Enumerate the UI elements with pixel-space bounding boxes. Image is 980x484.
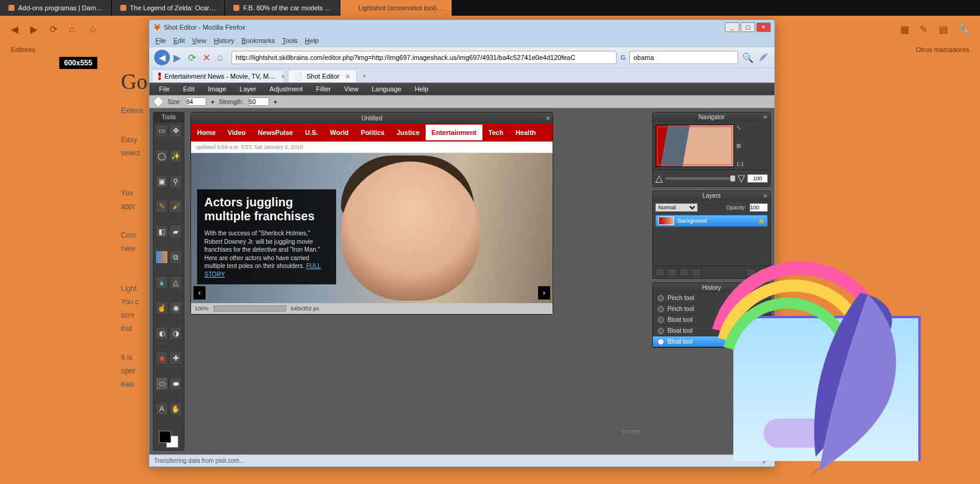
menu-tools[interactable]: Tools <box>280 36 300 45</box>
cnn-nav-health[interactable]: Health <box>510 129 542 136</box>
layer-dup-icon[interactable] <box>667 268 677 276</box>
fg-color-swatch[interactable] <box>159 431 171 443</box>
ed-menu-help[interactable]: Help <box>409 84 435 94</box>
marquee-tool-icon[interactable]: ▭ <box>155 124 168 137</box>
size-stepper[interactable]: ▾ <box>211 99 214 105</box>
nav-1to1-icon[interactable]: 1:1 <box>736 161 768 167</box>
cnn-nav-justice[interactable]: Justice <box>391 129 426 136</box>
carousel-prev-icon[interactable]: ‹ <box>193 286 206 299</box>
menu-history[interactable]: History <box>211 36 236 45</box>
stop-button[interactable]: ✕ <box>203 52 213 63</box>
ed-menu-file[interactable]: File <box>153 84 176 94</box>
layer-new-icon[interactable] <box>655 268 665 276</box>
cnn-nav-video[interactable]: Video <box>222 129 252 136</box>
new-tab-button[interactable]: + <box>357 68 371 82</box>
tab-shot-editor[interactable]: 📄 Shot Editor ✕ <box>288 70 357 82</box>
burn-tool-icon[interactable]: ◑ <box>169 327 182 340</box>
home-button[interactable]: ⌂ <box>217 52 228 63</box>
gradient-tool-icon[interactable] <box>155 250 168 264</box>
nav-arrows-icon[interactable]: ⤡ <box>736 125 768 131</box>
sharpen-tool-icon[interactable]: △ <box>169 276 182 289</box>
tab-close-icon[interactable]: ✕ <box>281 73 285 80</box>
size-input[interactable] <box>186 97 206 106</box>
wrench-icon[interactable]: 🔧 <box>958 24 969 34</box>
tab-close-icon[interactable]: ✕ <box>345 73 350 80</box>
search-go-icon[interactable]: 🔍 <box>742 52 754 64</box>
menu-view[interactable]: View <box>190 36 209 45</box>
bloat-tool-icon[interactable]: ⬭ <box>155 377 168 390</box>
wand-tool-icon[interactable]: ✨ <box>169 149 182 163</box>
menu-help[interactable]: Help <box>302 36 321 45</box>
hand-tool-icon[interactable]: ✋ <box>169 402 182 416</box>
back-icon[interactable]: ◀ <box>11 24 22 34</box>
document-close-icon[interactable]: ✕ <box>545 115 550 122</box>
dodge-tool-icon[interactable]: ◐ <box>155 327 168 340</box>
titlebar[interactable]: 🦊 Shot Editor - Mozilla Firefox _ ▢ ✕ <box>149 20 774 34</box>
ed-menu-image[interactable]: Image <box>202 84 233 94</box>
reload-icon[interactable]: ⟳ <box>50 24 60 34</box>
menu-bookmarks[interactable]: Bookmarks <box>239 36 277 45</box>
blur-tool-icon[interactable]: ▲ <box>155 276 168 289</box>
menu-file[interactable]: File <box>153 36 169 45</box>
opacity-input[interactable] <box>750 203 768 212</box>
cnn-nav-us[interactable]: U.S. <box>299 129 323 136</box>
cnn-nav-tech[interactable]: Tech <box>482 129 510 136</box>
ext2-icon[interactable]: ✎ <box>920 24 930 34</box>
bookmark-folder[interactable]: Otros marcadores <box>916 46 969 53</box>
smudge-tool-icon[interactable]: ☝ <box>155 301 168 315</box>
lightshot-feather-icon[interactable] <box>758 51 770 64</box>
color-swatches[interactable] <box>154 428 184 450</box>
strength-stepper[interactable]: ▾ <box>274 99 277 105</box>
document-titlebar[interactable]: Untitled ✕ <box>191 113 553 123</box>
type-tool-icon[interactable]: A <box>155 402 168 416</box>
redeye-tool-icon[interactable]: ◉ <box>155 352 168 365</box>
bg-tab-3[interactable]: Lightshot (screenshot tool)… <box>340 0 453 16</box>
forward-button[interactable]: ▶ <box>174 52 184 63</box>
document-content[interactable]: Home Video NewsPulse U.S. World Politics… <box>191 123 553 303</box>
ed-menu-adjustment[interactable]: Adjustment <box>264 84 309 94</box>
ext1-icon[interactable]: ▦ <box>900 24 911 34</box>
cnn-nav-politics[interactable]: Politics <box>355 129 391 136</box>
brush-preview-icon[interactable] <box>152 96 164 108</box>
url-input[interactable] <box>232 51 617 64</box>
document-window[interactable]: Untitled ✕ Home Video NewsPulse U.S. Wor… <box>190 112 553 315</box>
cnn-nav-world[interactable]: World <box>324 129 355 136</box>
layer-down-icon[interactable] <box>692 268 701 276</box>
crop-tool-icon[interactable]: ▣ <box>155 175 168 188</box>
zoom-slider[interactable]: △ ▽ <box>653 169 770 186</box>
maximize-button[interactable]: ▢ <box>741 22 755 32</box>
menu-edit[interactable]: Edit <box>171 36 187 45</box>
carousel-next-icon[interactable]: › <box>538 286 550 299</box>
sponge-tool-icon[interactable]: ◉ <box>169 301 182 315</box>
zoom-in-icon[interactable]: ▽ <box>738 172 745 184</box>
spot-heal-tool-icon[interactable]: ✚ <box>169 352 182 365</box>
pencil-tool-icon[interactable]: ✎ <box>155 200 168 213</box>
layer-up-icon[interactable] <box>680 268 689 276</box>
zoom-out-icon[interactable]: △ <box>655 172 663 184</box>
move-tool-icon[interactable]: ✥ <box>169 124 182 137</box>
star-icon[interactable]: ☆ <box>88 24 99 34</box>
minimize-button[interactable]: _ <box>725 22 739 32</box>
bg-tab-0[interactable]: Add-ons programas | Dam… <box>0 0 112 16</box>
forward-icon[interactable]: ▶ <box>30 24 41 34</box>
ed-menu-layer[interactable]: Layer <box>233 84 262 94</box>
cnn-nav-entertainment[interactable]: Entertainment <box>426 125 482 140</box>
lock-icon[interactable]: 🔒 <box>758 218 765 224</box>
ed-menu-filter[interactable]: Filter <box>310 84 337 94</box>
clone-tool-icon[interactable]: ⧉ <box>169 250 182 264</box>
eraser-tool-icon[interactable]: ◧ <box>155 225 168 238</box>
navigator-thumbnail[interactable] <box>655 125 734 167</box>
home-icon[interactable]: ⌂ <box>69 24 80 34</box>
ext3-icon[interactable]: ▤ <box>939 24 950 34</box>
cnn-nav-home[interactable]: Home <box>191 129 222 136</box>
layer-row[interactable]: Background 🔒 <box>655 215 768 227</box>
nav-fit-icon[interactable]: ⊞ <box>736 143 768 149</box>
search-input[interactable] <box>629 51 738 64</box>
bucket-tool-icon[interactable]: ▰ <box>169 225 182 238</box>
zoom-input[interactable] <box>747 174 768 183</box>
panel-close-icon[interactable]: ✕ <box>763 191 768 201</box>
bg-tab-1[interactable]: The Legend of Zelda: Ocar… <box>112 0 225 16</box>
ed-menu-edit[interactable]: Edit <box>177 84 201 94</box>
blend-mode-select[interactable]: Normal <box>655 203 698 212</box>
bookmark-item[interactable]: Editores <box>11 46 35 53</box>
